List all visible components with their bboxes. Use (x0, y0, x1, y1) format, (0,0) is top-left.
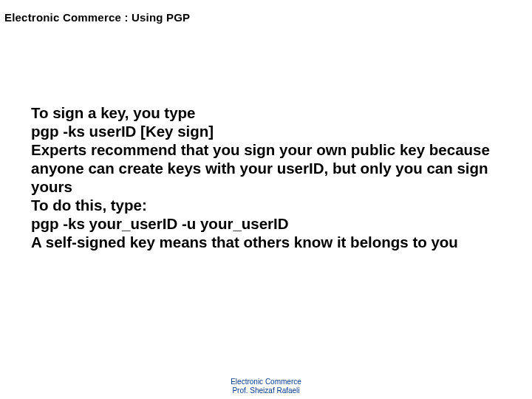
slide-content: To sign a key, you type pgp -ks userID [… (31, 103, 501, 251)
body-line-4: To do this, type: (31, 196, 501, 214)
footer-line-2: Prof. Sheizaf Rafaeli (0, 386, 532, 395)
body-line-1: To sign a key, you type (31, 103, 501, 122)
footer-line-1: Electronic Commerce (0, 378, 532, 386)
slide-footer: Electronic Commerce Prof. Sheizaf Rafael… (0, 378, 532, 395)
header-title: Electronic Commerce : Using PGP (4, 10, 194, 25)
body-line-3: Experts recommend that you sign your own… (31, 140, 501, 196)
body-line-2: pgp -ks userID [Key sign] (31, 122, 501, 140)
body-line-5: pgp -ks your_userID -u your_userID (31, 214, 501, 233)
slide-header: Electronic Commerce : Using PGP (0, 10, 532, 28)
slide: Electronic Commerce : Using PGP To sign … (0, 0, 532, 399)
body-line-6: A self-signed key means that others know… (31, 233, 501, 251)
